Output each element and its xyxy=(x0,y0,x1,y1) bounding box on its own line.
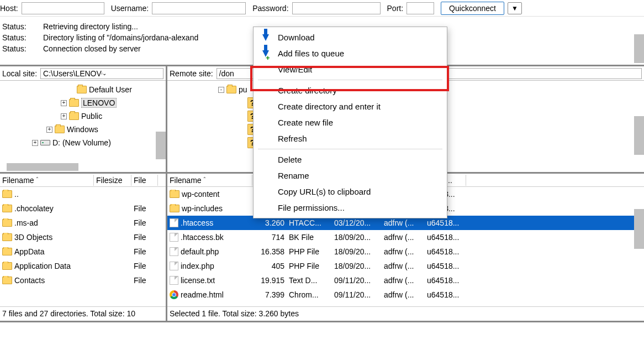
list-item[interactable]: Contacts File xyxy=(0,273,166,288)
file-perm: adfrw (... xyxy=(382,290,425,299)
port-input[interactable] xyxy=(407,2,434,14)
menu-item[interactable]: Refresh xyxy=(254,131,447,147)
menu-separator xyxy=(258,80,442,80)
list-item[interactable]: license.txt 19.915 Text D... 09/11/20...… xyxy=(167,273,644,288)
local-site-combo[interactable]: C:\Users\LENOVO\ ⌄ xyxy=(40,68,163,79)
file-perm: adfrw (... xyxy=(382,218,425,227)
menu-item[interactable]: Create new file xyxy=(254,114,447,131)
menu-item[interactable]: Rename xyxy=(254,168,447,184)
file-name: wp-content xyxy=(182,190,219,199)
list-item[interactable]: AppData File xyxy=(0,244,166,259)
password-input[interactable] xyxy=(292,2,381,14)
file-type: Text D... xyxy=(287,276,332,285)
tree-item-label: Default User xyxy=(89,85,132,94)
file-size: 16.358 xyxy=(252,247,287,256)
menu-item[interactable]: File permissions... xyxy=(254,200,447,216)
menu-item-label: Create new file xyxy=(278,118,333,127)
tree-item[interactable]: Default User xyxy=(0,83,166,96)
list-item[interactable]: Application Data File xyxy=(0,259,166,273)
col-filename[interactable]: Filename xyxy=(170,176,202,185)
menu-item[interactable]: View/Edit xyxy=(254,61,447,77)
list-item[interactable]: 3D Objects File xyxy=(0,230,166,244)
menu-item[interactable]: +Add files to queue xyxy=(254,45,447,61)
tree-item[interactable]: +Public xyxy=(0,109,166,123)
folder-icon xyxy=(69,99,79,107)
list-item[interactable]: index.php 405 PHP File 18/09/20... adfrw… xyxy=(167,259,644,273)
folder-icon xyxy=(226,86,236,93)
file-name: .. xyxy=(14,190,19,199)
local-tree[interactable]: Default User+LENOVO+Public+Windows+D: (N… xyxy=(0,81,166,174)
username-label: Username: xyxy=(111,4,149,13)
tree-item-label: LENOVO xyxy=(81,98,117,108)
menu-item-label: Copy URL(s) to clipboard xyxy=(278,187,371,196)
menu-item-label: Rename xyxy=(278,171,309,180)
quickconnect-dropdown[interactable]: ▼ xyxy=(508,2,522,14)
local-statusline: 7 files and 27 directories. Total size: … xyxy=(0,306,166,321)
file-date: 03/12/20... xyxy=(332,218,382,227)
menu-item[interactable]: Delete xyxy=(254,152,447,168)
status-label: Status: xyxy=(2,43,28,54)
col-filesize[interactable]: Filesize xyxy=(94,175,131,186)
tree-item[interactable]: +D: (New Volume) xyxy=(0,136,166,149)
folder-icon xyxy=(2,219,12,227)
file-type: File xyxy=(131,204,158,213)
port-label: Port: xyxy=(387,4,404,13)
file-type: File xyxy=(131,218,158,227)
list-item[interactable]: default.php 16.358 PHP File 18/09/20... … xyxy=(167,244,644,259)
folder-icon xyxy=(2,262,12,270)
file-type: HTACC... xyxy=(287,218,332,227)
tree-expander[interactable]: + xyxy=(61,113,67,119)
remote-filelist-vscroll[interactable] xyxy=(634,209,644,249)
local-tree-vscroll[interactable] xyxy=(156,132,166,159)
file-date: 18/09/20... xyxy=(332,233,382,242)
file-icon xyxy=(170,247,178,256)
folder-icon xyxy=(170,205,180,212)
menu-item-label: File permissions... xyxy=(278,203,345,212)
log-scrollbar[interactable] xyxy=(634,34,644,63)
menu-item-label: View/Edit xyxy=(278,65,312,74)
sort-caret-icon: ⌃ xyxy=(35,176,39,181)
local-pane: Local site: C:\Users\LENOVO\ ⌄ Default U… xyxy=(0,66,167,321)
menu-item[interactable]: Create directory xyxy=(254,82,447,98)
list-item[interactable]: .ms-ad File xyxy=(0,216,166,230)
menu-item[interactable]: Download xyxy=(254,29,447,45)
local-filelist[interactable]: .. .chocolatey File.ms-ad File3D Objects… xyxy=(0,187,166,306)
file-type: Chrom... xyxy=(287,290,332,299)
file-perm: adfrw (... xyxy=(382,276,425,285)
host-input[interactable] xyxy=(22,2,104,14)
col-filetype[interactable]: File xyxy=(131,175,158,186)
chevron-down-icon: ⌄ xyxy=(102,70,161,76)
status-text: Retrieving directory listing... xyxy=(43,21,138,32)
file-name: .chocolatey xyxy=(14,204,54,213)
menu-item[interactable]: Create directory and enter it xyxy=(254,98,447,114)
username-input[interactable] xyxy=(152,2,246,14)
tree-item-label: Public xyxy=(81,112,102,121)
file-owner: u64518... xyxy=(425,218,466,227)
remote-site-label: Remote site: xyxy=(170,69,213,78)
tree-item[interactable]: +Windows xyxy=(0,123,166,136)
local-tree-hscroll[interactable] xyxy=(7,163,78,171)
local-site-label: Local site: xyxy=(2,69,37,78)
file-type: PHP File xyxy=(287,247,332,256)
remote-tree-vscroll[interactable] xyxy=(634,116,644,155)
folder-icon xyxy=(55,126,65,133)
tree-expander[interactable]: + xyxy=(61,100,67,106)
list-item[interactable]: readme.html 7.399 Chrom... 09/11/20... a… xyxy=(167,288,644,302)
list-item[interactable]: .htaccess.bk 714 BK File 18/09/20... adf… xyxy=(167,230,644,244)
password-label: Password: xyxy=(252,4,288,13)
file-date: 09/11/20... xyxy=(332,276,382,285)
col-filename[interactable]: Filename xyxy=(2,176,34,185)
file-name: Contacts xyxy=(14,276,45,285)
tree-item[interactable]: +LENOVO xyxy=(0,96,166,109)
list-item[interactable]: .chocolatey File xyxy=(0,201,166,216)
list-item[interactable]: .. xyxy=(0,187,166,201)
file-icon xyxy=(170,233,178,242)
local-filelist-header[interactable]: Filename⌃ Filesize File xyxy=(0,174,166,187)
download-icon xyxy=(260,34,271,41)
tree-expander[interactable]: + xyxy=(32,140,38,146)
tree-expander[interactable]: + xyxy=(46,127,52,133)
quickconnect-button[interactable]: Quickconnect xyxy=(441,2,504,15)
tree-expander[interactable]: - xyxy=(218,87,224,93)
local-site-path: C:\Users\LENOVO\ xyxy=(43,69,102,78)
menu-item[interactable]: Copy URL(s) to clipboard xyxy=(254,184,447,200)
